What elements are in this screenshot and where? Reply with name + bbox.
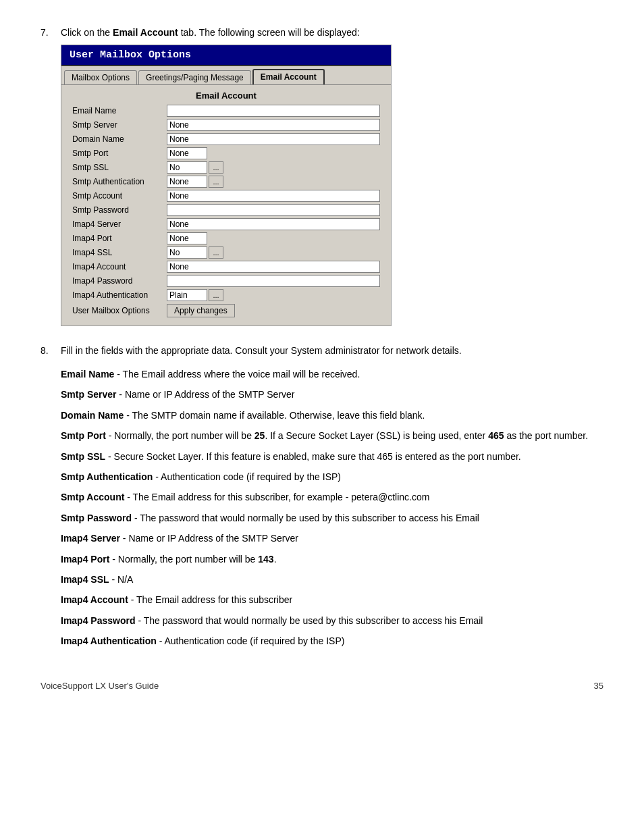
input-imap4-ssl[interactable]	[167, 246, 207, 259]
label-imap4-password: Imap4 Password	[72, 276, 167, 286]
desc-bold-imap4-password: Imap4 Password	[61, 615, 136, 626]
input-smtp-port[interactable]	[167, 147, 207, 159]
field-smtp-ssl: Smtp SSL ...	[72, 161, 380, 174]
btn-smtp-auth[interactable]: ...	[209, 176, 223, 188]
label-email-name: Email Name	[72, 106, 167, 115]
field-smtp-password: Smtp Password	[72, 204, 380, 216]
input-smtp-server[interactable]	[167, 119, 380, 131]
field-imap4-account: Imap4 Account	[72, 261, 380, 273]
desc-bold-imap4-port: Imap4 Port	[61, 554, 109, 565]
desc-imap4-password: Imap4 Password - The password that would…	[61, 613, 603, 628]
input-smtp-auth[interactable]	[167, 176, 207, 188]
step-8-intro: Fill in the fields with the appropriate …	[61, 345, 603, 356]
desc-text-imap4-account: - The Email address for this subscriber	[128, 594, 292, 605]
field-email-name: Email Name	[72, 105, 380, 117]
label-smtp-password: Smtp Password	[72, 205, 167, 215]
tab-mailbox-options[interactable]: Mailbox Options	[64, 70, 137, 84]
desc-text-imap4-server: - Name or IP Address of the SMTP Server	[120, 533, 298, 544]
tabs-bar: Mailbox Options Greetings/Paging Message…	[61, 66, 391, 85]
field-imap4-port: Imap4 Port	[72, 232, 380, 244]
desc-smtp-account: Smtp Account - The Email address for thi…	[61, 490, 603, 504]
step-7-intro: Click on the Email Account tab. The foll…	[61, 27, 603, 38]
desc-smtp-port: Smtp Port - Normally, the port number wi…	[61, 428, 603, 443]
desc-text-smtp-ssl: - Secure Socket Layer. If this feature i…	[105, 451, 521, 462]
input-smtp-account[interactable]	[167, 190, 380, 202]
field-imap4-auth: Imap4 Authentication ...	[72, 289, 380, 301]
desc-bold-imap4-auth: Imap4 Authentication	[61, 635, 157, 646]
desc-bold-imap4-account: Imap4 Account	[61, 594, 128, 605]
window-title-bar: User Mailbox Options	[61, 45, 391, 66]
field-smtp-port: Smtp Port	[72, 147, 380, 159]
desc-bold-imap4-server: Imap4 Server	[61, 533, 120, 544]
desc-imap4-ssl: Imap4 SSL - N/A	[61, 572, 603, 587]
desc-text-smtp-auth: - Authentication code (if required by th…	[153, 471, 341, 482]
input-smtp-ssl[interactable]	[167, 161, 207, 174]
label-smtp-auth: Smtp Authentication	[72, 177, 167, 186]
step-8-number: 8.	[41, 345, 61, 356]
field-imap4-ssl: Imap4 SSL ...	[72, 246, 380, 259]
btn-imap4-ssl[interactable]: ...	[209, 246, 223, 259]
footer: VoiceSupport LX User's Guide 35	[41, 681, 603, 691]
step-7-rest: tab. The following screen will be displa…	[178, 27, 360, 38]
input-domain-name[interactable]	[167, 133, 380, 145]
tab-email-account[interactable]: Email Account	[252, 69, 325, 84]
field-smtp-auth: Smtp Authentication ...	[72, 176, 380, 188]
input-imap4-server[interactable]	[167, 218, 380, 230]
step-7-bold: Email Account	[113, 27, 178, 38]
step-8-content: Fill in the fields with the appropriate …	[61, 345, 603, 654]
input-imap4-password[interactable]	[167, 275, 380, 287]
apply-row: User Mailbox Options Apply changes	[72, 304, 380, 317]
desc-text-domain-name: - The SMTP domain name if available. Oth…	[124, 410, 425, 421]
label-imap4-auth: Imap4 Authentication	[72, 290, 167, 300]
desc-bold-smtp-ssl: Smtp SSL	[61, 451, 105, 462]
desc-bold-imap4-ssl: Imap4 SSL	[61, 574, 109, 585]
desc-smtp-ssl: Smtp SSL - Secure Socket Layer. If this …	[61, 449, 603, 464]
desc-bold-smtp-server: Smtp Server	[61, 389, 116, 400]
window-title: User Mailbox Options	[70, 49, 191, 61]
field-domain-name: Domain Name	[72, 133, 380, 145]
input-imap4-port[interactable]	[167, 232, 207, 244]
desc-domain-name: Domain Name - The SMTP domain name if av…	[61, 408, 603, 423]
desc-smtp-auth: Smtp Authentication - Authentication cod…	[61, 469, 603, 484]
label-imap4-account: Imap4 Account	[72, 262, 167, 271]
apply-changes-button[interactable]: Apply changes	[167, 304, 235, 317]
step-7-content: Click on the Email Account tab. The foll…	[61, 27, 603, 333]
desc-bold-smtp-auth: Smtp Authentication	[61, 471, 153, 482]
btn-smtp-ssl[interactable]: ...	[209, 161, 223, 174]
desc-bold-email-name: Email Name	[61, 369, 114, 380]
desc-smtp-password: Smtp Password - The password that would …	[61, 511, 603, 525]
desc-text-smtp-account: - The Email address for this subscriber,…	[124, 492, 429, 502]
btn-imap4-auth[interactable]: ...	[209, 289, 223, 301]
input-imap4-auth[interactable]	[167, 289, 207, 301]
label-smtp-port: Smtp Port	[72, 149, 167, 158]
form-area: Email Account Email Name Smtp Server Dom…	[61, 85, 391, 325]
desc-bold-smtp-password: Smtp Password	[61, 513, 132, 523]
input-email-name[interactable]	[167, 105, 380, 117]
section-title: Email Account	[72, 90, 380, 101]
desc-imap4-auth: Imap4 Authentication - Authentication co…	[61, 633, 603, 648]
input-smtp-password[interactable]	[167, 204, 380, 216]
field-smtp-server: Smtp Server	[72, 119, 380, 131]
desc-imap4-server: Imap4 Server - Name or IP Address of the…	[61, 531, 603, 546]
footer-right: 35	[594, 681, 603, 691]
label-domain-name: Domain Name	[72, 134, 167, 144]
label-imap4-server: Imap4 Server	[72, 219, 167, 229]
desc-imap4-account: Imap4 Account - The Email address for th…	[61, 592, 603, 607]
footer-left: VoiceSupport LX User's Guide	[41, 681, 159, 691]
tab-greetings[interactable]: Greetings/Paging Message	[138, 70, 251, 84]
step-7: 7. Click on the Email Account tab. The f…	[41, 27, 603, 333]
desc-text-imap4-password: - The password that would normally be us…	[136, 615, 483, 626]
field-imap4-server: Imap4 Server	[72, 218, 380, 230]
desc-email-name: Email Name - The Email address where the…	[61, 367, 603, 382]
label-imap4-port: Imap4 Port	[72, 234, 167, 243]
desc-bold-smtp-port: Smtp Port	[61, 430, 106, 441]
apply-row-label: User Mailbox Options	[72, 306, 167, 315]
desc-text-imap4-ssl: - N/A	[109, 574, 134, 585]
desc-bold-smtp-account: Smtp Account	[61, 492, 124, 502]
descriptions: Email Name - The Email address where the…	[61, 367, 603, 648]
input-imap4-account[interactable]	[167, 261, 380, 273]
step-8: 8. Fill in the fields with the appropria…	[41, 345, 603, 654]
desc-smtp-server: Smtp Server - Name or IP Address of the …	[61, 387, 603, 402]
label-smtp-ssl: Smtp SSL	[72, 163, 167, 172]
screenshot-window: User Mailbox Options Mailbox Options Gre…	[61, 45, 392, 326]
